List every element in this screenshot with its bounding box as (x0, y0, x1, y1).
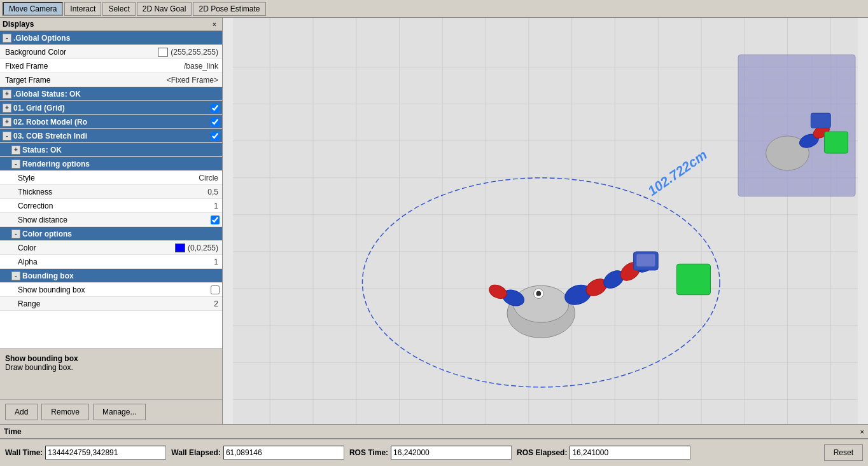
target-frame-row[interactable]: Target Frame <Fixed Frame> (0, 73, 222, 87)
fixed-frame-row[interactable]: Fixed Frame /base_link (0, 59, 222, 73)
bounding-box-label: Bounding box (22, 271, 222, 280)
info-title: Show bounding box (5, 354, 217, 363)
global-status-expand[interactable]: + (3, 90, 11, 99)
global-status-label: .Global Status: OK (13, 90, 222, 99)
displays-close-button[interactable]: × (209, 19, 220, 29)
ros-time-group: ROS Time: (349, 446, 512, 460)
time-bar: Wall Time: Wall Elapsed: ROS Time: ROS E… (0, 438, 868, 466)
viewport[interactable]: 102.722cm (223, 18, 868, 424)
reset-button[interactable]: Reset (824, 444, 863, 461)
global-options-header[interactable]: - .Global Options (0, 31, 222, 45)
displays-title: Displays (3, 20, 34, 29)
rendering-options-label: Rendering options (22, 160, 222, 168)
svg-point-39 (536, 291, 541, 296)
show-bounding-box-row[interactable]: Show bounding box (0, 283, 222, 297)
correction-label: Correction (18, 202, 214, 210)
wall-elapsed-label: Wall Elapsed: (171, 448, 221, 457)
main-area: Displays × - .Global Options Background … (0, 18, 868, 424)
move-camera-button[interactable]: Move Camera (3, 2, 63, 16)
fixed-frame-value: /base_link (184, 62, 222, 71)
background-color-swatch[interactable] (158, 48, 168, 57)
grid-checkbox[interactable] (211, 104, 220, 113)
show-bounding-box-label: Show bounding box (18, 285, 211, 294)
manage-button[interactable]: Manage... (93, 404, 146, 420)
correction-row[interactable]: Correction 1 (0, 199, 222, 213)
target-frame-value: <Fixed Frame> (167, 76, 222, 85)
thickness-value: 0,5 (207, 188, 222, 196)
time-close-button[interactable]: × (860, 428, 864, 435)
thickness-row[interactable]: Thickness 0,5 (0, 185, 222, 199)
color-label: Color (18, 243, 175, 252)
cob-expand[interactable]: - (3, 132, 11, 140)
rendering-options-header[interactable]: - Rendering options (0, 157, 222, 171)
viewport-svg: 102.722cm (223, 18, 868, 424)
wall-time-input[interactable] (45, 446, 166, 460)
bounding-box-header[interactable]: - Bounding box (0, 269, 222, 283)
color-options-expand[interactable]: - (11, 230, 20, 238)
tree-panel[interactable]: - .Global Options Background Color (255,… (0, 31, 222, 348)
remove-button[interactable]: Remove (41, 404, 89, 420)
select-button[interactable]: Select (102, 2, 135, 16)
show-distance-row[interactable]: Show distance (0, 213, 222, 227)
ros-time-input[interactable] (391, 446, 512, 460)
interact-button[interactable]: Interact (64, 2, 101, 16)
time-bar-header: Time × (0, 424, 868, 438)
background-color-value: (255,255,255) (171, 48, 222, 57)
ros-elapsed-input[interactable] (570, 446, 690, 460)
svg-rect-40 (738, 55, 855, 196)
info-desc: Draw bounding box. (5, 363, 217, 372)
robot-model-label: 02. Robot Model (Ro (13, 118, 211, 127)
cob-header[interactable]: - 03. COB Stretch Indi (0, 129, 222, 143)
wall-elapsed-group: Wall Elapsed: (171, 446, 344, 460)
grid-header[interactable]: + 01. Grid (Grid) (0, 101, 222, 115)
thickness-label: Thickness (18, 188, 207, 196)
show-distance-label: Show distance (18, 216, 211, 224)
global-options-label: .Global Options (13, 34, 222, 43)
color-value: (0,0,255) (188, 243, 222, 252)
toolbar: Move Camera Interact Select 2D Nav Goal … (0, 0, 868, 18)
robot-model-header[interactable]: + 02. Robot Model (Ro (0, 115, 222, 129)
nav-goal-button[interactable]: 2D Nav Goal (137, 2, 192, 16)
wall-time-group: Wall Time: (5, 446, 166, 460)
color-options-header[interactable]: - Color options (0, 227, 222, 241)
pose-estimate-button[interactable]: 2D Pose Estimate (193, 2, 265, 16)
cob-status-header[interactable]: + Status: OK (0, 143, 222, 157)
global-status-header[interactable]: + .Global Status: OK (0, 87, 222, 101)
fixed-frame-label: Fixed Frame (5, 62, 184, 71)
show-bounding-box-checkbox[interactable] (211, 285, 220, 294)
robot-model-checkbox[interactable] (211, 118, 220, 127)
cob-label: 03. COB Stretch Indi (13, 132, 211, 140)
time-section: Time × Wall Time: Wall Elapsed: ROS Time… (0, 424, 868, 466)
left-panel: Displays × - .Global Options Background … (0, 18, 223, 424)
color-row[interactable]: Color (0,0,255) (0, 241, 222, 255)
range-row[interactable]: Range 2 (0, 297, 222, 311)
global-options-expand[interactable]: - (3, 34, 11, 43)
rendering-options-expand[interactable]: - (11, 160, 20, 168)
color-swatch[interactable] (175, 243, 185, 252)
grid-expand[interactable]: + (3, 104, 11, 113)
ros-elapsed-label: ROS Elapsed: (517, 448, 567, 457)
cob-status-expand[interactable]: + (11, 146, 20, 154)
displays-header: Displays × (0, 18, 222, 31)
correction-value: 1 (214, 202, 222, 210)
grid-label: 01. Grid (Grid) (13, 104, 211, 113)
target-frame-label: Target Frame (5, 76, 167, 85)
alpha-row[interactable]: Alpha 1 (0, 255, 222, 269)
bounding-box-expand[interactable]: - (11, 271, 20, 280)
style-row[interactable]: Style Circle (0, 171, 222, 185)
svg-rect-55 (825, 132, 848, 153)
style-label: Style (18, 174, 199, 182)
background-color-row[interactable]: Background Color (255,255,255) (0, 45, 222, 59)
show-distance-checkbox[interactable] (211, 216, 220, 224)
robot-model-expand[interactable]: + (3, 118, 11, 127)
alpha-value: 1 (214, 257, 222, 266)
cob-checkbox[interactable] (211, 132, 220, 140)
wall-elapsed-input[interactable] (223, 446, 344, 460)
svg-rect-35 (676, 264, 710, 294)
wall-time-label: Wall Time: (5, 448, 43, 457)
color-options-label: Color options (22, 230, 222, 238)
range-label: Range (18, 299, 214, 308)
cob-status-label: Status: OK (22, 146, 222, 154)
add-button[interactable]: Add (5, 404, 38, 420)
svg-rect-34 (636, 254, 655, 266)
